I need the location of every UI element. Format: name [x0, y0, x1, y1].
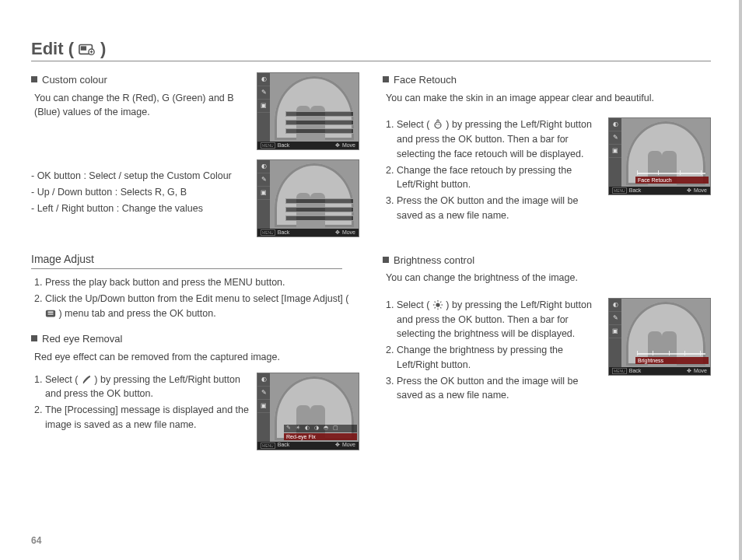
redeye-steps: Select ( ) by pressing the Left/Right bu…	[31, 373, 249, 432]
brush-icon	[81, 374, 92, 385]
menu-chip: MENU	[612, 187, 627, 194]
bullet-icon	[383, 257, 389, 263]
redeye-label: Red-eye Fix	[284, 433, 357, 440]
custom-colour-desc: You can change the R (Red), G (Green) an…	[31, 91, 249, 121]
brightness-step-3: Press the OK button and the image will b…	[397, 374, 600, 404]
ok-button-desc: - OK button : Select / setup the Custom …	[31, 169, 249, 184]
brightness-step-1: Select ( ) by pressing the Le	[397, 298, 600, 341]
brightness-step-2: Change the brightness by pressing the Le…	[397, 343, 600, 373]
redeye-desc: Red eye effect can be removed from the c…	[31, 350, 359, 365]
menu-chip: MENU	[261, 229, 275, 236]
brightness-desc: You can change the brightness of the ima…	[383, 271, 711, 285]
image-adjust-steps: Press the play back button and press the…	[31, 275, 359, 320]
bottom-back: Back	[629, 367, 642, 376]
bottom-move: Move	[694, 367, 707, 376]
face-retouch-steps: Select ( ) by pressing the Left/Right bu…	[383, 117, 600, 222]
image-adjust-step-2: Click the Up/Down button from the Edit m…	[45, 292, 359, 321]
svg-rect-3	[46, 310, 55, 317]
adjust-tab-icon	[45, 308, 56, 319]
leftright-button-desc: - Left / Right button : Change the value…	[31, 201, 249, 216]
bullet-icon	[31, 76, 37, 82]
updown-button-desc: - Up / Down button : Selects R, G, B	[31, 185, 249, 200]
menu-chip: MENU	[261, 142, 275, 149]
custom-colour-title: Custom colour	[42, 72, 107, 88]
bullet-icon	[383, 76, 389, 82]
image-adjust-step-1: Press the play back button and press the…	[45, 275, 359, 290]
redeye-step-2: The [Processing] message is displayed an…	[45, 403, 249, 432]
page-title: Edit ( )	[31, 39, 711, 61]
face-retouch-title: Face Retouch	[394, 72, 457, 88]
menu-chip: MENU	[261, 443, 275, 449]
custom-colour-screenshot-2: ◐✎▣ MENUBack ✥Move	[257, 159, 359, 237]
face-retouch-screenshot: ◐✎▣ Face Retouch MEN	[608, 117, 711, 195]
svg-point-5	[436, 124, 437, 125]
brightness-title: Brightness control	[394, 253, 474, 268]
svg-point-4	[435, 122, 441, 128]
bottom-back: Back	[278, 142, 290, 150]
title-text-2: )	[100, 39, 106, 59]
face-retouch-step-2: Change the face retouch by pressing the …	[397, 163, 600, 193]
svg-point-6	[438, 124, 439, 125]
face-retouch-label: Face Retouch	[635, 177, 709, 184]
image-adjust-heading: Image Adjust	[31, 251, 342, 269]
bottom-back: Back	[278, 229, 290, 237]
face-retouch-icon	[432, 119, 443, 130]
svg-point-7	[436, 303, 439, 306]
page-edge	[739, 0, 742, 560]
custom-colour-screenshot-1: ◐✎▣ MENUBack ✥Move	[257, 72, 359, 150]
face-retouch-step-3: Press the OK button and the image will b…	[397, 194, 600, 223]
bottom-move: Move	[342, 441, 355, 450]
redeye-step-1: Select ( ) by pressing the Left/Right bu…	[45, 373, 249, 402]
page-number: 64	[31, 535, 41, 546]
brightness-steps: Select ( ) by pressing the Le	[383, 298, 600, 403]
bottom-move: Move	[694, 187, 707, 195]
menu-chip: MENU	[612, 368, 627, 374]
brightness-icon	[432, 299, 443, 310]
bottom-move: Move	[342, 229, 355, 237]
face-retouch-step-1: Select ( ) by pressing the Left/Right bu…	[397, 117, 600, 161]
redeye-title: Red eye Removal	[42, 331, 122, 347]
bottom-back: Back	[278, 441, 290, 450]
bottom-move: Move	[342, 142, 355, 150]
redeye-screenshot: ◐✎▣ ✎☀◐◑◓▢ Red-eye Fix MENUBack ✥Move	[257, 373, 359, 450]
brightness-label: Brightness	[635, 357, 709, 364]
left-column: Custom colour You can change the R (Red)…	[31, 72, 359, 460]
svg-rect-1	[81, 46, 86, 51]
bottom-back: Back	[629, 187, 642, 195]
edit-icon	[79, 42, 96, 56]
right-column: Face Retouch You can make the skin in an…	[383, 72, 711, 460]
brightness-screenshot: ◐✎▣ Brightness	[608, 298, 711, 376]
title-text-1: Edit (	[31, 39, 74, 59]
bullet-icon	[31, 335, 37, 341]
face-retouch-desc: You can make the skin in an image appear…	[383, 91, 711, 106]
